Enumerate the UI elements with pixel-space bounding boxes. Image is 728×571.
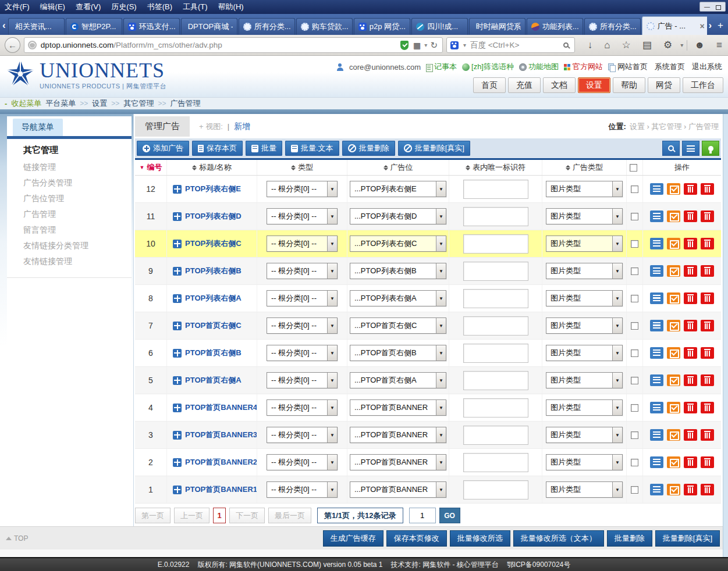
select-all-checkbox[interactable]	[630, 164, 637, 172]
row-checkbox[interactable]	[631, 377, 638, 384]
uid-input[interactable]	[463, 371, 528, 390]
delete-icon[interactable]	[684, 484, 697, 495]
browser-tab[interactable]: p2p 网贷... ×	[354, 18, 410, 35]
type-select[interactable]: -- 根分类[0] -- ▼	[267, 427, 338, 443]
column-header[interactable]: 标题/名称	[167, 160, 257, 175]
menu-item[interactable]: 编辑(E)	[40, 2, 65, 12]
header-nav-button[interactable]: 充值	[508, 77, 541, 93]
column-header[interactable]	[627, 160, 643, 175]
detail-icon[interactable]	[650, 292, 663, 304]
position-select[interactable]: ...PTOP列表右侧D ▼	[350, 208, 446, 224]
row-checkbox[interactable]	[631, 322, 638, 330]
row-checkbox[interactable]	[631, 404, 638, 412]
search-engine-icon[interactable]	[450, 41, 459, 49]
reload-icon[interactable]: ↻	[430, 40, 438, 51]
position-select[interactable]: ...PTOP列表右侧C ▼	[350, 235, 446, 252]
edit-check-icon[interactable]	[667, 456, 680, 468]
delete-real-icon[interactable]	[701, 210, 714, 222]
home-icon[interactable]: ⌂	[598, 40, 616, 51]
window-maximize-button[interactable]	[713, 3, 723, 10]
type-select[interactable]: -- 根分类[0] -- ▼	[267, 372, 338, 388]
detail-icon[interactable]	[650, 456, 663, 468]
search-button[interactable]	[662, 141, 680, 156]
uid-input[interactable]	[463, 426, 528, 445]
header-nav-button[interactable]: 文档	[543, 77, 576, 93]
row-checkbox[interactable]	[631, 240, 638, 248]
menu-item[interactable]: 工具(T)	[183, 2, 208, 12]
delete-icon[interactable]	[684, 210, 697, 222]
tab-scroll-left-icon[interactable]: ‹	[1, 20, 8, 35]
sidebar-item[interactable]: 留言管理	[23, 222, 126, 238]
hamburger-menu-icon[interactable]: ≡	[711, 40, 728, 51]
ad-title-link[interactable]: PTOP列表右侧B	[185, 266, 242, 276]
ad-title-link[interactable]: PTOP首页BANNER2	[185, 457, 257, 467]
cache-button[interactable]	[702, 141, 719, 156]
delete-real-icon[interactable]	[701, 484, 714, 495]
bottom-action-button[interactable]: 批量删除[真实]	[655, 530, 720, 547]
ad-title-link[interactable]: PTOP列表右侧E	[185, 184, 241, 194]
toolbar-dropdown-icon[interactable]: ▾	[678, 42, 686, 48]
type-select[interactable]: -- 根分类[0] -- ▼	[267, 399, 338, 416]
ad-type-select[interactable]: 图片类型 ▼	[546, 208, 623, 224]
bookmarks-panel-icon[interactable]: ▤	[637, 39, 658, 51]
window-minimize-button[interactable]: —	[702, 3, 712, 10]
breadcrumb-item[interactable]: 广告管理	[170, 98, 200, 109]
ad-type-select[interactable]: 图片类型 ▼	[546, 345, 623, 361]
position-select[interactable]: ...PTOP首页BANNER ▼	[350, 427, 446, 443]
ad-type-select[interactable]: 图片类型 ▼	[546, 290, 623, 306]
header-link[interactable]: [zh]筛选语种	[462, 62, 514, 72]
collapse-minus-icon[interactable]: -	[5, 99, 7, 108]
ad-title-link[interactable]: PTOP列表右侧A	[185, 293, 242, 304]
edit-check-icon[interactable]	[667, 265, 680, 277]
ad-type-select[interactable]: 图片类型 ▼	[546, 427, 623, 443]
ad-type-select[interactable]: 图片类型 ▼	[546, 454, 623, 470]
uid-input[interactable]	[463, 453, 528, 472]
bookmark-star-icon[interactable]: ☆	[616, 39, 637, 51]
header-nav-button[interactable]: 帮助	[613, 77, 645, 93]
position-select[interactable]: ...PTOP首页BANNER ▼	[350, 454, 446, 470]
delete-real-icon[interactable]	[701, 456, 714, 468]
sidebar-tab-nav-menu[interactable]: 导航菜单	[13, 119, 63, 136]
toolbar-button[interactable]: 批量.文本	[285, 141, 339, 156]
sidebar-item[interactable]: 广告分类管理	[23, 175, 126, 191]
browser-tab[interactable]: 时时融网贷系... ×	[469, 18, 525, 35]
edit-check-icon[interactable]	[667, 238, 680, 249]
detail-icon[interactable]	[650, 183, 663, 195]
column-header[interactable]: 操作	[643, 160, 721, 175]
delete-icon[interactable]	[684, 183, 697, 195]
ad-title-link[interactable]: PTOP首页右侧A	[185, 375, 242, 386]
detail-icon[interactable]	[650, 347, 663, 359]
search-icon[interactable]	[563, 42, 569, 48]
ad-type-select[interactable]: 图片类型 ▼	[546, 399, 623, 416]
search-engine-dropdown-icon[interactable]: ▾	[463, 42, 466, 48]
search-bar[interactable]: ▾ 百度 <Ctrl+K>	[446, 37, 575, 53]
uid-input[interactable]	[463, 480, 528, 499]
header-link[interactable]: 功能地图	[519, 62, 559, 72]
position-select[interactable]: ...PTOP首页BANNER ▼	[350, 481, 446, 498]
downloads-icon[interactable]: ↓	[582, 40, 599, 51]
edit-check-icon[interactable]	[667, 320, 680, 331]
qr-icon[interactable]: ▦	[413, 41, 421, 50]
new-tab-button[interactable]: +	[714, 20, 728, 35]
edit-check-icon[interactable]	[667, 210, 680, 222]
detail-icon[interactable]	[650, 402, 663, 413]
feedback-smiley-icon[interactable]: ☻	[688, 40, 711, 51]
row-checkbox[interactable]	[631, 213, 638, 220]
type-select[interactable]: -- 根分类[0] -- ▼	[267, 345, 338, 361]
delete-icon[interactable]	[684, 374, 697, 386]
header-link[interactable]: 退出系统	[690, 62, 722, 72]
ad-title-link[interactable]: PTOP列表右侧C	[185, 238, 242, 249]
toolbar-button[interactable]: 批量删除	[342, 141, 395, 156]
delete-real-icon[interactable]	[701, 183, 714, 195]
search-input[interactable]: 百度 <Ctrl+K>	[470, 40, 563, 51]
menu-item[interactable]: 帮助(H)	[218, 2, 244, 12]
prev-page-button[interactable]: 上一页	[174, 508, 209, 523]
menu-item[interactable]: 文件(F)	[5, 2, 30, 12]
delete-real-icon[interactable]	[701, 320, 714, 331]
page-scrollbar[interactable]	[723, 114, 728, 557]
menu-item[interactable]: 查看(V)	[76, 2, 101, 12]
ad-type-select[interactable]: 图片类型 ▼	[546, 263, 623, 279]
ad-title-link[interactable]: PTOP列表右侧D	[185, 211, 242, 222]
breadcrumb-root[interactable]: 平台菜单	[45, 98, 76, 109]
site-identity-icon[interactable]	[28, 41, 37, 49]
